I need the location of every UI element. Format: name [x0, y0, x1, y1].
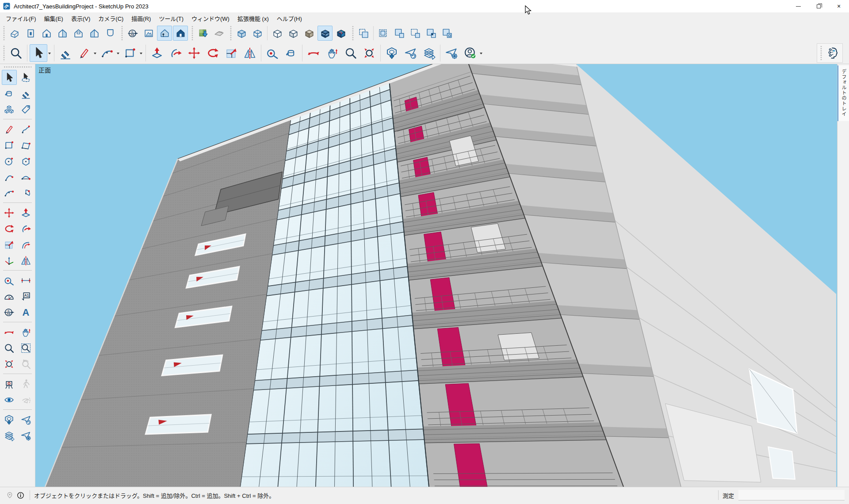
share-component-button[interactable]: [420, 44, 438, 62]
toolbar-drag-handle[interactable]: [820, 46, 822, 60]
style-monochrome-button[interactable]: [302, 26, 317, 41]
offset-tool-button[interactable]: [19, 237, 34, 252]
axes-compass-button[interactable]: CAB: [2, 305, 17, 320]
style-hidden-line-button[interactable]: [270, 26, 285, 41]
lasso-tool-button[interactable]: [19, 70, 34, 85]
view-iso-button[interactable]: [7, 26, 22, 41]
style-with-style-button[interactable]: [333, 26, 348, 41]
scale-tool-button[interactable]: [222, 44, 240, 62]
palette-drag-handle[interactable]: [4, 66, 31, 68]
toolbar-drag-handle[interactable]: [3, 45, 5, 61]
pan-tool-button[interactable]: [323, 44, 341, 62]
toolbar-drag-handle[interactable]: [191, 26, 194, 40]
toolbar-drag-handle[interactable]: [352, 26, 354, 40]
extension-warehouse-button[interactable]: [19, 428, 34, 443]
rectangle-tool-button[interactable]: [121, 44, 139, 62]
three-point-arc-tool-button[interactable]: [2, 185, 17, 200]
select-subtract-button[interactable]: [424, 26, 439, 41]
polygon-tool-button[interactable]: [19, 153, 34, 168]
view-back-button[interactable]: [71, 26, 86, 41]
ai-assistant-button[interactable]: [824, 44, 842, 62]
account-button[interactable]: [461, 44, 479, 62]
toolbar-drag-handle[interactable]: [229, 26, 232, 40]
viewport-3d-model[interactable]: [35, 64, 837, 487]
two-point-perspective-button[interactable]: [173, 26, 188, 41]
dimension-tool-button[interactable]: [19, 273, 34, 288]
rotate-tool-button[interactable]: [204, 44, 222, 62]
axes-tool-button[interactable]: [2, 253, 17, 268]
select-tool-dropdown[interactable]: [47, 44, 52, 62]
share-model-button[interactable]: [402, 44, 419, 62]
minimize-button[interactable]: [788, 0, 808, 12]
pushpull-tool-button[interactable]: [148, 44, 166, 62]
match-photo-button[interactable]: [141, 26, 156, 41]
tag-tool-button[interactable]: [19, 102, 34, 117]
style-shaded-button[interactable]: [286, 26, 301, 41]
followme-tool-button[interactable]: [19, 221, 34, 236]
zoom-extents-tool-button[interactable]: [2, 356, 17, 371]
share-component-button[interactable]: [2, 428, 17, 443]
arc-tool-dropdown[interactable]: [115, 44, 120, 62]
menu-item-カメラ[interactable]: カメラ(C): [94, 13, 127, 24]
scale-tool-button[interactable]: [2, 237, 17, 252]
share-model-button[interactable]: [19, 412, 34, 427]
tape-measure-tool-button[interactable]: [2, 273, 17, 288]
measurement-input[interactable]: [738, 490, 845, 500]
search-button[interactable]: [7, 44, 25, 62]
look-around-button[interactable]: [2, 392, 17, 407]
view-right-button[interactable]: [55, 26, 70, 41]
3d-text-tool-button[interactable]: A: [19, 305, 34, 320]
menu-item-拡張機能[interactable]: 拡張機能 (x): [233, 13, 273, 24]
walk-tool-button[interactable]: [19, 376, 34, 391]
line-tool-button[interactable]: [2, 122, 17, 137]
zoom-tool-button[interactable]: [342, 44, 359, 62]
view-bottom-button[interactable]: [103, 26, 118, 41]
followme-tool-button[interactable]: [167, 44, 184, 62]
rotated-rectangle-tool-button[interactable]: [19, 137, 34, 153]
eraser-tool-button[interactable]: [57, 44, 74, 62]
select-invert-button[interactable]: [440, 26, 455, 41]
extension-warehouse-button[interactable]: [443, 44, 460, 62]
pan-tool-button[interactable]: [19, 325, 34, 340]
style-textured-button[interactable]: [317, 26, 333, 41]
view-left-button[interactable]: [87, 26, 102, 41]
circle-tool-button[interactable]: [2, 153, 17, 168]
move-tool-button[interactable]: [185, 44, 203, 62]
rotate-tool-button[interactable]: [2, 221, 17, 236]
pushpull-tool-button[interactable]: [19, 205, 34, 220]
zoom-tool-button[interactable]: [2, 340, 17, 355]
account-dropdown[interactable]: [478, 44, 483, 62]
zoom-window-tool-button[interactable]: [19, 340, 34, 355]
orbit-tool-button[interactable]: [305, 44, 322, 62]
protractor-tool-button[interactable]: [2, 289, 17, 304]
menu-item-編集[interactable]: 編集(E): [40, 13, 67, 24]
menu-item-ツール[interactable]: ツール(T): [155, 13, 187, 24]
text-tool-button[interactable]: A1: [19, 289, 34, 304]
view-front-button[interactable]: [39, 26, 54, 41]
line-tool-dropdown[interactable]: [92, 44, 97, 62]
arc-tool-button[interactable]: [98, 44, 116, 62]
info-icon[interactable]: [15, 490, 26, 500]
select-tool-button[interactable]: [30, 44, 47, 62]
eraser-tool-button[interactable]: [19, 86, 34, 101]
paint-bucket-tool-button[interactable]: [282, 44, 300, 62]
menu-item-描画[interactable]: 描画(R): [127, 13, 155, 24]
restore-button[interactable]: [808, 0, 829, 12]
viewport[interactable]: 正面: [35, 64, 837, 487]
zoom-extents-tool-button[interactable]: [360, 44, 378, 62]
select-add-button[interactable]: [392, 26, 407, 41]
components-button[interactable]: [2, 102, 17, 117]
select-tool-button[interactable]: [2, 70, 17, 85]
3d-warehouse-button[interactable]: [383, 44, 401, 62]
pie-tool-button[interactable]: [19, 185, 34, 200]
menu-item-ウィンドウ[interactable]: ウィンドウ(W): [187, 13, 233, 24]
menu-item-ファイル[interactable]: ファイル(F): [2, 13, 40, 24]
toolbar-drag-handle[interactable]: [3, 26, 5, 40]
flip-tool-button[interactable]: [241, 44, 259, 62]
two-point-arc-tool-button[interactable]: [19, 169, 34, 184]
freehand-tool-button[interactable]: [19, 122, 34, 137]
rectangle-tool-button[interactable]: [2, 137, 17, 153]
menu-item-ヘルプ[interactable]: ヘルプ(H): [273, 13, 306, 24]
default-tray-tab[interactable]: デフォルトのトレイ: [838, 65, 849, 121]
sandbox-button[interactable]: [211, 26, 226, 41]
